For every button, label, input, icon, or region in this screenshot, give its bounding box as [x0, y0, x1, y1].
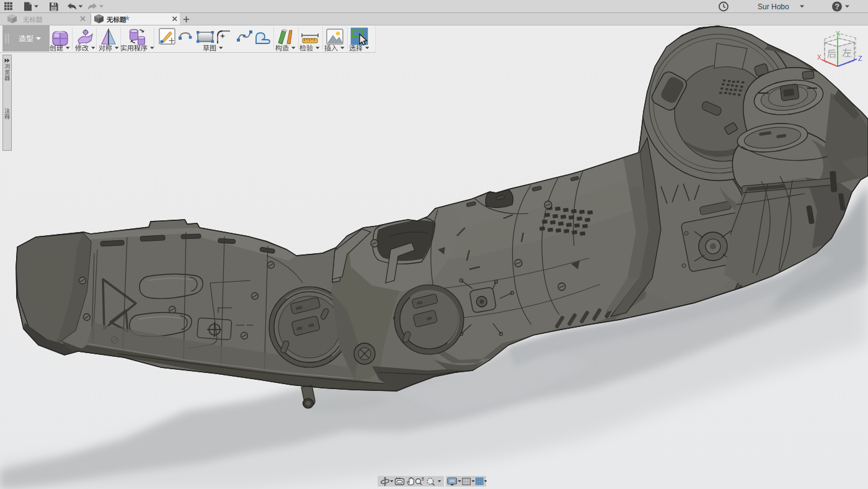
svg-text:X: X [817, 54, 822, 61]
svg-text:?: ? [835, 2, 839, 11]
svg-text:Sur Hobo: Sur Hobo [758, 2, 789, 11]
svg-text:Z: Z [858, 55, 862, 62]
